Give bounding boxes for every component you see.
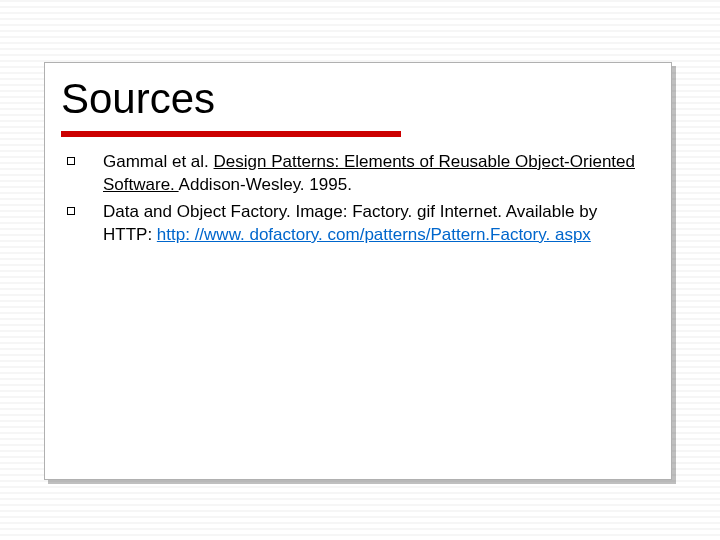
slide-title: Sources <box>61 75 215 123</box>
source-link[interactable]: http: //www. dofactory. com/patterns/Pat… <box>157 225 591 244</box>
square-bullet-icon <box>67 157 75 165</box>
list-item: Data and Object Factory. Image: Factory.… <box>67 201 649 247</box>
item-suffix: Addison-Wesley. 1995. <box>179 175 352 194</box>
square-bullet-icon <box>67 207 75 215</box>
content-box: Sources Gammal et al. Design Patterns: E… <box>44 62 672 480</box>
slide: Sources Gammal et al. Design Patterns: E… <box>0 0 720 540</box>
list-item: Gammal et al. Design Patterns: Elements … <box>67 151 649 197</box>
list-item-text: Data and Object Factory. Image: Factory.… <box>103 201 649 247</box>
list-item-text: Gammal et al. Design Patterns: Elements … <box>103 151 649 197</box>
item-prefix: Gammal et al. <box>103 152 214 171</box>
sources-list: Gammal et al. Design Patterns: Elements … <box>67 151 649 251</box>
title-underline-rule <box>61 131 401 137</box>
